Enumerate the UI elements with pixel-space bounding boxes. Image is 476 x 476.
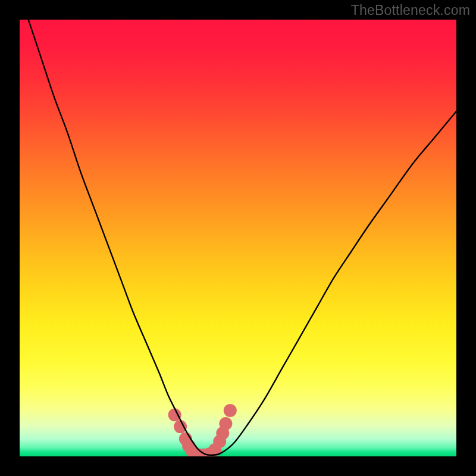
- bottleneck-curve: [29, 20, 456, 455]
- marker-dot: [219, 417, 232, 430]
- chart-frame: TheBottleneck.com: [0, 0, 476, 476]
- watermark-text: TheBottleneck.com: [351, 2, 470, 18]
- marker-dot: [168, 408, 181, 421]
- curve-layer: [20, 20, 456, 456]
- marker-dot: [174, 420, 187, 433]
- plot-area: [20, 20, 456, 456]
- marker-dots: [168, 404, 237, 456]
- marker-dot: [224, 404, 237, 417]
